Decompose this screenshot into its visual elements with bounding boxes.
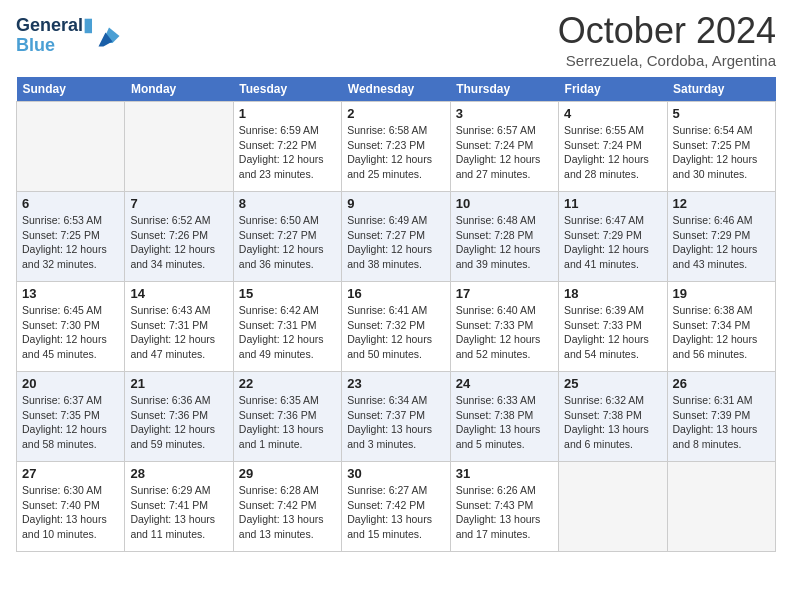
- day-number: 16: [347, 286, 444, 301]
- calendar-cell: 24Sunrise: 6:33 AM Sunset: 7:38 PM Dayli…: [450, 372, 558, 462]
- logo-icon: [95, 22, 123, 50]
- day-number: 18: [564, 286, 661, 301]
- calendar-cell: 25Sunrise: 6:32 AM Sunset: 7:38 PM Dayli…: [559, 372, 667, 462]
- day-info: Sunrise: 6:38 AM Sunset: 7:34 PM Dayligh…: [673, 303, 770, 362]
- header-day-monday: Monday: [125, 77, 233, 102]
- day-info: Sunrise: 6:26 AM Sunset: 7:43 PM Dayligh…: [456, 483, 553, 542]
- calendar-cell: 8Sunrise: 6:50 AM Sunset: 7:27 PM Daylig…: [233, 192, 341, 282]
- day-info: Sunrise: 6:36 AM Sunset: 7:36 PM Dayligh…: [130, 393, 227, 452]
- calendar-cell: 31Sunrise: 6:26 AM Sunset: 7:43 PM Dayli…: [450, 462, 558, 552]
- day-info: Sunrise: 6:46 AM Sunset: 7:29 PM Dayligh…: [673, 213, 770, 272]
- day-info: Sunrise: 6:29 AM Sunset: 7:41 PM Dayligh…: [130, 483, 227, 542]
- day-number: 17: [456, 286, 553, 301]
- day-number: 22: [239, 376, 336, 391]
- day-info: Sunrise: 6:33 AM Sunset: 7:38 PM Dayligh…: [456, 393, 553, 452]
- day-number: 7: [130, 196, 227, 211]
- calendar-body: 1Sunrise: 6:59 AM Sunset: 7:22 PM Daylig…: [17, 102, 776, 552]
- day-info: Sunrise: 6:57 AM Sunset: 7:24 PM Dayligh…: [456, 123, 553, 182]
- calendar-cell: 16Sunrise: 6:41 AM Sunset: 7:32 PM Dayli…: [342, 282, 450, 372]
- calendar-cell: 2Sunrise: 6:58 AM Sunset: 7:23 PM Daylig…: [342, 102, 450, 192]
- logo-text2: Blue: [16, 36, 93, 56]
- main-title: October 2024: [558, 10, 776, 52]
- calendar-cell: 21Sunrise: 6:36 AM Sunset: 7:36 PM Dayli…: [125, 372, 233, 462]
- calendar-cell: 1Sunrise: 6:59 AM Sunset: 7:22 PM Daylig…: [233, 102, 341, 192]
- header-day-sunday: Sunday: [17, 77, 125, 102]
- day-number: 4: [564, 106, 661, 121]
- calendar-cell: 19Sunrise: 6:38 AM Sunset: 7:34 PM Dayli…: [667, 282, 775, 372]
- calendar-cell: 12Sunrise: 6:46 AM Sunset: 7:29 PM Dayli…: [667, 192, 775, 282]
- day-info: Sunrise: 6:50 AM Sunset: 7:27 PM Dayligh…: [239, 213, 336, 272]
- calendar-cell: 29Sunrise: 6:28 AM Sunset: 7:42 PM Dayli…: [233, 462, 341, 552]
- day-number: 28: [130, 466, 227, 481]
- day-number: 24: [456, 376, 553, 391]
- calendar-cell: 22Sunrise: 6:35 AM Sunset: 7:36 PM Dayli…: [233, 372, 341, 462]
- calendar-cell: 27Sunrise: 6:30 AM Sunset: 7:40 PM Dayli…: [17, 462, 125, 552]
- day-number: 21: [130, 376, 227, 391]
- header: General▮ Blue October 2024 Serrezuela, C…: [16, 10, 776, 69]
- calendar-cell: 3Sunrise: 6:57 AM Sunset: 7:24 PM Daylig…: [450, 102, 558, 192]
- calendar-cell: [559, 462, 667, 552]
- day-info: Sunrise: 6:34 AM Sunset: 7:37 PM Dayligh…: [347, 393, 444, 452]
- day-number: 30: [347, 466, 444, 481]
- calendar-cell: 4Sunrise: 6:55 AM Sunset: 7:24 PM Daylig…: [559, 102, 667, 192]
- day-number: 12: [673, 196, 770, 211]
- day-number: 11: [564, 196, 661, 211]
- calendar-week-row: 1Sunrise: 6:59 AM Sunset: 7:22 PM Daylig…: [17, 102, 776, 192]
- day-info: Sunrise: 6:49 AM Sunset: 7:27 PM Dayligh…: [347, 213, 444, 272]
- calendar-cell: 6Sunrise: 6:53 AM Sunset: 7:25 PM Daylig…: [17, 192, 125, 282]
- day-info: Sunrise: 6:27 AM Sunset: 7:42 PM Dayligh…: [347, 483, 444, 542]
- day-number: 10: [456, 196, 553, 211]
- day-number: 15: [239, 286, 336, 301]
- header-day-friday: Friday: [559, 77, 667, 102]
- day-number: 23: [347, 376, 444, 391]
- day-info: Sunrise: 6:28 AM Sunset: 7:42 PM Dayligh…: [239, 483, 336, 542]
- day-info: Sunrise: 6:54 AM Sunset: 7:25 PM Dayligh…: [673, 123, 770, 182]
- day-number: 26: [673, 376, 770, 391]
- day-info: Sunrise: 6:55 AM Sunset: 7:24 PM Dayligh…: [564, 123, 661, 182]
- calendar-cell: [667, 462, 775, 552]
- day-number: 20: [22, 376, 119, 391]
- day-info: Sunrise: 6:43 AM Sunset: 7:31 PM Dayligh…: [130, 303, 227, 362]
- day-number: 5: [673, 106, 770, 121]
- day-info: Sunrise: 6:52 AM Sunset: 7:26 PM Dayligh…: [130, 213, 227, 272]
- day-info: Sunrise: 6:30 AM Sunset: 7:40 PM Dayligh…: [22, 483, 119, 542]
- day-info: Sunrise: 6:31 AM Sunset: 7:39 PM Dayligh…: [673, 393, 770, 452]
- calendar-cell: 28Sunrise: 6:29 AM Sunset: 7:41 PM Dayli…: [125, 462, 233, 552]
- day-number: 13: [22, 286, 119, 301]
- calendar-cell: 5Sunrise: 6:54 AM Sunset: 7:25 PM Daylig…: [667, 102, 775, 192]
- logo-text: General▮: [16, 16, 93, 36]
- day-info: Sunrise: 6:48 AM Sunset: 7:28 PM Dayligh…: [456, 213, 553, 272]
- page: General▮ Blue October 2024 Serrezuela, C…: [0, 0, 792, 612]
- day-info: Sunrise: 6:53 AM Sunset: 7:25 PM Dayligh…: [22, 213, 119, 272]
- calendar-header-row: SundayMondayTuesdayWednesdayThursdayFrid…: [17, 77, 776, 102]
- day-info: Sunrise: 6:35 AM Sunset: 7:36 PM Dayligh…: [239, 393, 336, 452]
- day-info: Sunrise: 6:59 AM Sunset: 7:22 PM Dayligh…: [239, 123, 336, 182]
- header-day-wednesday: Wednesday: [342, 77, 450, 102]
- calendar-cell: [125, 102, 233, 192]
- calendar-cell: 11Sunrise: 6:47 AM Sunset: 7:29 PM Dayli…: [559, 192, 667, 282]
- calendar-cell: 18Sunrise: 6:39 AM Sunset: 7:33 PM Dayli…: [559, 282, 667, 372]
- calendar-week-row: 13Sunrise: 6:45 AM Sunset: 7:30 PM Dayli…: [17, 282, 776, 372]
- header-day-thursday: Thursday: [450, 77, 558, 102]
- logo: General▮ Blue: [16, 16, 123, 56]
- header-day-saturday: Saturday: [667, 77, 775, 102]
- day-number: 19: [673, 286, 770, 301]
- day-number: 25: [564, 376, 661, 391]
- calendar-cell: [17, 102, 125, 192]
- day-number: 2: [347, 106, 444, 121]
- calendar-cell: 17Sunrise: 6:40 AM Sunset: 7:33 PM Dayli…: [450, 282, 558, 372]
- day-info: Sunrise: 6:58 AM Sunset: 7:23 PM Dayligh…: [347, 123, 444, 182]
- day-info: Sunrise: 6:40 AM Sunset: 7:33 PM Dayligh…: [456, 303, 553, 362]
- day-number: 29: [239, 466, 336, 481]
- title-block: October 2024 Serrezuela, Cordoba, Argent…: [558, 10, 776, 69]
- day-number: 14: [130, 286, 227, 301]
- day-number: 1: [239, 106, 336, 121]
- day-info: Sunrise: 6:41 AM Sunset: 7:32 PM Dayligh…: [347, 303, 444, 362]
- calendar-cell: 14Sunrise: 6:43 AM Sunset: 7:31 PM Dayli…: [125, 282, 233, 372]
- calendar-cell: 9Sunrise: 6:49 AM Sunset: 7:27 PM Daylig…: [342, 192, 450, 282]
- day-number: 27: [22, 466, 119, 481]
- day-info: Sunrise: 6:45 AM Sunset: 7:30 PM Dayligh…: [22, 303, 119, 362]
- day-info: Sunrise: 6:39 AM Sunset: 7:33 PM Dayligh…: [564, 303, 661, 362]
- day-info: Sunrise: 6:42 AM Sunset: 7:31 PM Dayligh…: [239, 303, 336, 362]
- day-number: 31: [456, 466, 553, 481]
